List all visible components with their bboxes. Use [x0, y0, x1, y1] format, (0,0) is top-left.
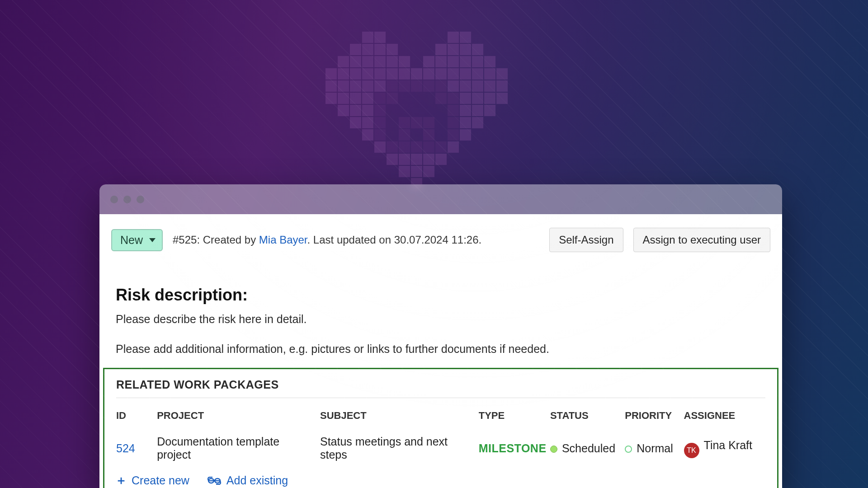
- col-header-status[interactable]: STATUS: [550, 398, 625, 431]
- priority-dot-icon: [625, 446, 632, 453]
- created-info: #525: Created by Mia Bayer. Last updated…: [173, 234, 481, 246]
- assign-executing-user-button[interactable]: Assign to executing user: [633, 228, 770, 252]
- row-project: Documentation template project: [157, 431, 320, 469]
- related-title: RELATED WORK PACKAGES: [116, 378, 765, 398]
- status-label: New: [120, 234, 143, 247]
- col-header-type[interactable]: TYPE: [479, 398, 550, 431]
- plus-icon: [116, 476, 126, 486]
- window-control-dot: [110, 196, 118, 203]
- chevron-down-icon: [149, 238, 156, 242]
- row-status: Scheduled: [562, 442, 615, 455]
- row-assignee: Tina Kraft: [704, 439, 752, 451]
- related-work-packages-panel: RELATED WORK PACKAGES ID PROJECT SUBJECT…: [103, 368, 778, 488]
- created-by-link[interactable]: Mia Bayer: [259, 234, 307, 246]
- window-content: New #525: Created by Mia Bayer. Last upd…: [99, 214, 782, 488]
- row-id-link[interactable]: 524: [116, 442, 135, 455]
- app-window: New #525: Created by Mia Bayer. Last upd…: [99, 184, 782, 488]
- create-new-label: Create new: [132, 474, 189, 487]
- col-header-assignee[interactable]: ASSIGNEE: [684, 398, 765, 431]
- table-row[interactable]: 524 Documentation template project Statu…: [116, 431, 765, 469]
- row-type-badge: MILESTONE: [479, 442, 547, 455]
- window-titlebar: [99, 184, 782, 214]
- description-line: Please describe the risk here in detail.: [116, 311, 766, 328]
- link-icon: [208, 477, 221, 485]
- status-dot-icon: [550, 446, 557, 453]
- related-actions: Create new Add existing: [116, 469, 765, 487]
- avatar: TK: [684, 443, 699, 458]
- item-ref: #525: [173, 234, 197, 246]
- description-line: Please add additional information, e.g. …: [116, 341, 766, 358]
- description-section: Risk description: Please describe the ri…: [111, 252, 770, 357]
- updated-text: . Last updated on 30.07.2024 11:26.: [307, 234, 482, 246]
- row-subject: Status meetings and next steps: [320, 431, 479, 469]
- col-header-subject[interactable]: SUBJECT: [320, 398, 479, 431]
- window-control-dot: [137, 196, 144, 203]
- page-background: New #525: Created by Mia Bayer. Last upd…: [0, 0, 868, 488]
- self-assign-button[interactable]: Self-Assign: [549, 228, 623, 252]
- related-table: ID PROJECT SUBJECT TYPE STATUS PRIORITY …: [116, 398, 765, 469]
- add-existing-button[interactable]: Add existing: [208, 474, 288, 487]
- col-header-priority[interactable]: PRIORITY: [625, 398, 684, 431]
- description-heading: Risk description:: [116, 286, 766, 305]
- window-control-dot: [123, 196, 131, 203]
- created-prefix: : Created by: [197, 234, 259, 246]
- col-header-id[interactable]: ID: [116, 398, 157, 431]
- add-existing-label: Add existing: [226, 474, 288, 487]
- status-dropdown[interactable]: New: [111, 229, 163, 251]
- table-header-row: ID PROJECT SUBJECT TYPE STATUS PRIORITY …: [116, 398, 765, 431]
- row-priority: Normal: [637, 442, 673, 455]
- detail-topbar: New #525: Created by Mia Bayer. Last upd…: [111, 228, 770, 252]
- create-new-button[interactable]: Create new: [116, 474, 189, 487]
- decorative-heart-logo: [326, 32, 508, 189]
- col-header-project[interactable]: PROJECT: [157, 398, 320, 431]
